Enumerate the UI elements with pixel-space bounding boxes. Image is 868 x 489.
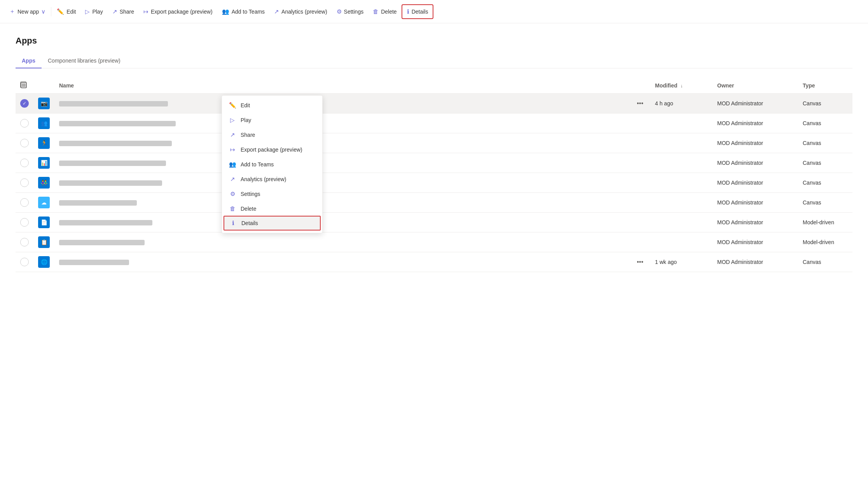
details-button[interactable]: ℹ Details (402, 4, 434, 19)
row-check-cell[interactable]: ✓ (16, 94, 33, 114)
app-name-blurred (59, 101, 168, 107)
share-button[interactable]: ↗ Share (108, 5, 139, 18)
analytics-button[interactable]: ↗ Analytics (preview) (269, 5, 332, 18)
row-owner-cell: MOD Administrator (713, 213, 798, 232)
edit-button[interactable]: ✏️ Edit (52, 5, 80, 18)
tab-apps[interactable]: Apps (16, 54, 42, 68)
uncheck-circle[interactable] (20, 258, 29, 266)
row-dots-cell[interactable]: ••• (630, 252, 650, 272)
select-all-checkbox[interactable] (20, 82, 26, 88)
table-row[interactable]: 📄MOD AdministratorModel-driven (16, 213, 852, 232)
plus-icon: ＋ (9, 8, 15, 15)
row-type-cell: Canvas (798, 173, 852, 193)
context-menu-item-teams[interactable]: 👥Add to Teams (222, 157, 322, 172)
uncheck-circle[interactable] (20, 119, 29, 127)
menu-item-label: Settings (241, 191, 260, 197)
table-row[interactable]: ☁MOD AdministratorCanvas (16, 193, 852, 213)
row-dots-cell[interactable] (630, 173, 650, 193)
row-check-cell[interactable] (16, 213, 33, 232)
tab-component-libraries[interactable]: Component libraries (preview) (42, 54, 127, 68)
row-check-cell[interactable] (16, 153, 33, 173)
table-row[interactable]: ✓📷•••4 h agoMOD AdministratorCanvas (16, 94, 852, 114)
play-label: Play (92, 9, 103, 15)
app-name-blurred (59, 260, 129, 265)
table-row[interactable]: 👫MOD AdministratorCanvas (16, 173, 852, 193)
app-name-blurred (59, 141, 172, 146)
row-name-cell (54, 153, 630, 173)
add-to-teams-label: Add to Teams (232, 9, 265, 15)
details-label: Details (412, 9, 428, 15)
uncheck-circle[interactable] (20, 139, 29, 147)
col-header-type: Type (798, 78, 852, 94)
context-menu-item-delete[interactable]: 🗑Delete (222, 201, 322, 216)
table-body: ✓📷•••4 h agoMOD AdministratorCanvas👥MOD … (16, 94, 852, 272)
row-icon-cell: 🌐 (33, 252, 54, 272)
row-modified-cell (650, 173, 713, 193)
row-modified-cell (650, 153, 713, 173)
context-menu-item-edit[interactable]: ✏️Edit (222, 98, 322, 113)
uncheck-circle[interactable] (20, 159, 29, 167)
row-dots-cell[interactable] (630, 232, 650, 252)
menu-item-label: Export package (preview) (241, 147, 302, 153)
row-dots-cell[interactable]: ••• (630, 94, 650, 114)
add-to-teams-button[interactable]: 👥 Add to Teams (217, 5, 269, 18)
row-name-cell (54, 133, 630, 153)
row-context-menu-button[interactable]: ••• (634, 99, 646, 108)
row-check-cell[interactable] (16, 114, 33, 133)
row-dots-cell[interactable] (630, 114, 650, 133)
export-icon: ↦ (143, 8, 148, 15)
context-menu-item-export[interactable]: ↦Export package (preview) (222, 142, 322, 157)
app-name-blurred (59, 220, 152, 225)
row-context-menu-button[interactable]: ••• (634, 258, 646, 266)
context-menu-item-analytics[interactable]: ↗Analytics (preview) (222, 172, 322, 187)
col-header-modified[interactable]: Modified ↓ (650, 78, 713, 94)
context-menu-item-settings[interactable]: ⚙Settings (222, 187, 322, 201)
app-icon: ☁ (38, 197, 50, 208)
row-owner-cell: MOD Administrator (713, 133, 798, 153)
context-menu-item-play[interactable]: ▷Play (222, 113, 322, 127)
row-check-cell[interactable] (16, 252, 33, 272)
uncheck-circle[interactable] (20, 198, 29, 207)
settings-label: Settings (344, 9, 364, 15)
row-modified-cell (650, 193, 713, 213)
context-menu-wrapper: ✏️Edit▷Play↗Share↦Export package (previe… (222, 95, 323, 233)
row-modified-cell (650, 133, 713, 153)
uncheck-circle[interactable] (20, 178, 29, 187)
export-button[interactable]: ↦ Export package (preview) (139, 5, 217, 18)
table-row[interactable]: 📊MOD AdministratorCanvas (16, 153, 852, 173)
row-dots-cell[interactable] (630, 133, 650, 153)
settings-button[interactable]: ⚙ Settings (332, 5, 369, 18)
row-check-cell[interactable] (16, 133, 33, 153)
row-check-cell[interactable] (16, 173, 33, 193)
toolbar: ＋ New app ∨ ✏️ Edit ▷ Play ↗ Share ↦ Exp… (0, 0, 868, 23)
app-icon: 🌐 (38, 256, 50, 268)
row-type-cell: Model-driven (798, 213, 852, 232)
menu-item-label: Delete (241, 206, 256, 212)
context-menu-item-share[interactable]: ↗Share (222, 127, 322, 142)
play-button[interactable]: ▷ Play (80, 5, 107, 18)
table-row[interactable]: 🏃MOD AdministratorCanvas (16, 133, 852, 153)
app-icon: 📋 (38, 236, 50, 248)
table-row[interactable]: 👥MOD AdministratorCanvas (16, 114, 852, 133)
row-check-cell[interactable] (16, 232, 33, 252)
context-menu-item-info[interactable]: ℹDetails (224, 216, 321, 231)
table-row[interactable]: 🌐•••1 wk agoMOD AdministratorCanvas (16, 252, 852, 272)
row-owner-cell: MOD Administrator (713, 94, 798, 114)
uncheck-circle[interactable] (20, 238, 29, 246)
delete-button[interactable]: 🗑 Delete (368, 5, 401, 18)
col-header-name[interactable]: Name (54, 78, 630, 94)
col-header-dots (630, 78, 650, 94)
new-app-button[interactable]: ＋ New app ∨ (5, 5, 50, 18)
uncheck-circle[interactable] (20, 218, 29, 227)
row-dots-cell[interactable] (630, 153, 650, 173)
row-dots-cell[interactable] (630, 193, 650, 213)
analytics-icon: ↗ (229, 176, 236, 183)
row-dots-cell[interactable] (630, 213, 650, 232)
apps-table: Name Modified ↓ Owner Type (16, 78, 852, 272)
row-icon-cell: ☁ (33, 193, 54, 213)
info-icon: ℹ (230, 220, 237, 227)
row-check-cell[interactable] (16, 193, 33, 213)
divider-1 (51, 7, 51, 16)
row-type-cell: Canvas (798, 252, 852, 272)
table-row[interactable]: 📋MOD AdministratorModel-driven (16, 232, 852, 252)
